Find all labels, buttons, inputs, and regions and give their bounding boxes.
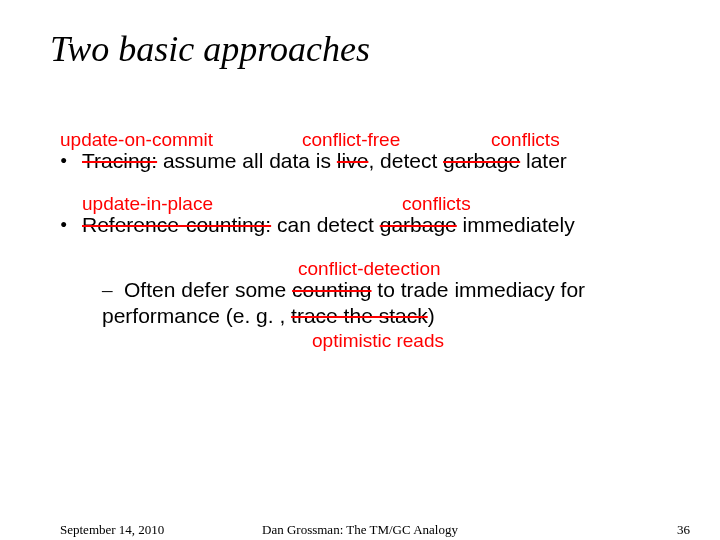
bullet-2: • Reference-counting: can detect garbage… <box>60 212 680 238</box>
annotation-conflicts-1: conflicts <box>491 128 560 152</box>
slide-title: Two basic approaches <box>50 28 370 70</box>
footer-page-number: 36 <box>677 522 690 538</box>
text: can detect <box>271 213 380 236</box>
sub-bullet-1: – Often defer some counting to trade imm… <box>102 277 680 330</box>
strike-garbage-1: garbage <box>443 149 520 172</box>
text: later <box>520 149 567 172</box>
bullet-mark: • <box>60 212 67 238</box>
annotation-conflicts-2: conflicts <box>402 192 471 216</box>
annotation-conflict-free: conflict-free <box>302 128 400 152</box>
strike-garbage-2: garbage <box>380 213 457 236</box>
strike-reference-counting: Reference-counting: <box>82 213 271 236</box>
strike-live: live <box>337 149 369 172</box>
text: Often defer some <box>124 278 292 301</box>
sub-bullet-1-text: Often defer some counting to trade immed… <box>102 278 585 327</box>
slide: Two basic approaches • Tracing: assume a… <box>0 0 720 540</box>
bullet-2-text: Reference-counting: can detect garbage i… <box>82 213 575 236</box>
bullet-mark: • <box>60 148 67 174</box>
annotation-update-in-place: update-in-place <box>82 192 213 216</box>
text: assume all data is <box>157 149 337 172</box>
text: , detect <box>368 149 443 172</box>
footer-center: Dan Grossman: The TM/GC Analogy <box>0 522 720 538</box>
dash-mark: – <box>102 277 113 303</box>
text: immediately <box>457 213 575 236</box>
annotation-conflict-detection: conflict-detection <box>298 257 441 281</box>
bullet-1: • Tracing: assume all data is live, dete… <box>60 148 680 174</box>
slide-body: • Tracing: assume all data is live, dete… <box>60 130 680 355</box>
strike-counting: counting <box>292 278 371 301</box>
bullet-1-text: Tracing: assume all data is live, detect… <box>82 149 567 172</box>
strike-tracing: Tracing: <box>82 149 157 172</box>
text: ) <box>428 304 435 327</box>
annotation-optimistic-reads: optimistic reads <box>312 329 444 353</box>
strike-trace-stack: trace the stack <box>291 304 428 327</box>
annotation-update-on-commit: update-on-commit <box>60 128 213 152</box>
